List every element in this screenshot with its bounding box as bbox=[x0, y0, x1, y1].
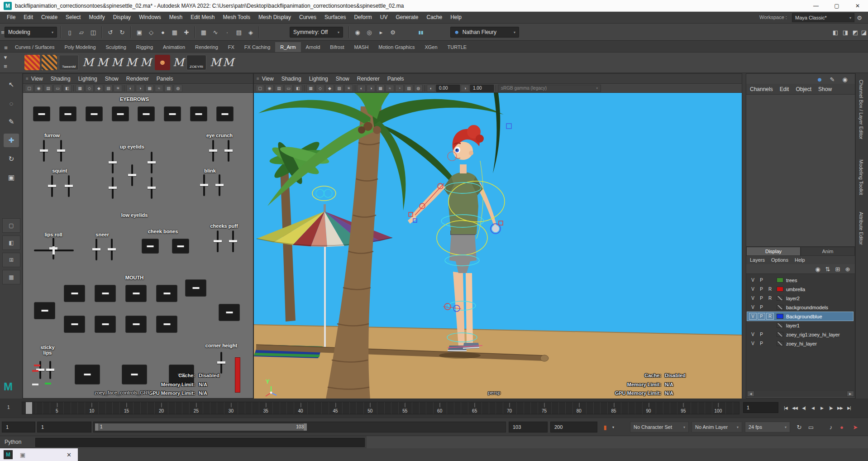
face-control-slider[interactable] bbox=[95, 239, 97, 260]
face-control-slider[interactable] bbox=[164, 106, 181, 121]
layer-reference-toggle[interactable]: R bbox=[766, 313, 774, 320]
shelf-tab-sculpting[interactable]: Sculpting bbox=[101, 42, 131, 52]
shelf-item-mash-icon[interactable]: M bbox=[111, 56, 123, 69]
layer-reference-toggle[interactable]: R bbox=[766, 295, 774, 302]
animation-end-field[interactable]: 200 bbox=[550, 422, 597, 432]
record-icon[interactable]: ● bbox=[836, 422, 847, 432]
panel-menu-renderer[interactable]: Renderer bbox=[357, 76, 380, 82]
scale-tool-icon[interactable]: ▣ bbox=[4, 171, 19, 184]
shelf-tab-poly-modeling[interactable]: Poly Modeling bbox=[59, 42, 100, 52]
panel-menu-view[interactable]: View bbox=[31, 76, 43, 82]
shelf-tab-fx-caching[interactable]: FX Caching bbox=[239, 42, 275, 52]
xray-mode-icon[interactable]: ▨ bbox=[405, 85, 413, 92]
face-control-slider[interactable] bbox=[151, 152, 153, 173]
shelf-item-orange-tool[interactable] bbox=[42, 55, 57, 70]
highlight-selection-icon[interactable]: ✚ bbox=[181, 27, 192, 38]
layer-menu-options[interactable]: Options bbox=[771, 257, 788, 263]
close-button[interactable]: ✕ bbox=[847, 0, 868, 11]
layer-name[interactable]: zoey_hi_layer bbox=[786, 341, 817, 346]
face-control-slider[interactable] bbox=[131, 164, 133, 186]
menu-edit-mesh[interactable]: Edit Mesh bbox=[186, 12, 219, 23]
face-control-slider[interactable] bbox=[220, 352, 222, 374]
layer-visible-toggle[interactable]: V bbox=[749, 286, 757, 293]
playback-loop-icon[interactable]: ↻ bbox=[794, 422, 805, 432]
face-control-slider[interactable] bbox=[111, 239, 113, 260]
select-tool-icon[interactable]: ↖ bbox=[4, 78, 19, 91]
resolution-gate-icon[interactable]: ▭ bbox=[53, 85, 62, 92]
textured-mode-icon[interactable]: ▧ bbox=[104, 85, 113, 92]
person-icon[interactable]: ☻ bbox=[814, 74, 825, 85]
command-language-label[interactable]: Python bbox=[5, 439, 21, 445]
depth-of-field-icon[interactable]: ◔ bbox=[395, 85, 404, 92]
face-control-slider[interactable] bbox=[156, 316, 177, 333]
panel-menu-panels[interactable]: Panels bbox=[387, 76, 404, 82]
playback-end-field[interactable]: 103 bbox=[509, 422, 548, 432]
face-control-slider[interactable] bbox=[33, 106, 50, 121]
select-by-object-icon[interactable]: ◇ bbox=[146, 27, 157, 38]
layer-color-swatch[interactable] bbox=[777, 323, 783, 328]
layer-reference-toggle[interactable]: R bbox=[766, 286, 774, 293]
gate-mask-icon[interactable]: ◧ bbox=[294, 85, 302, 92]
current-time-indicator[interactable] bbox=[26, 402, 32, 414]
panel-grip-icon[interactable]: ≡ bbox=[26, 76, 29, 81]
layer-menu-layers[interactable]: Layers bbox=[750, 257, 765, 263]
isolate-select-icon[interactable]: ◍ bbox=[414, 85, 423, 92]
xray-mode-icon[interactable]: ▨ bbox=[164, 85, 173, 92]
play-forwards-button[interactable]: ▶ bbox=[817, 402, 826, 414]
shelf-tab-bifrost[interactable]: Bifrost bbox=[325, 42, 349, 52]
panel-menu-shading[interactable]: Shading bbox=[51, 76, 71, 82]
bookmark-menu-icon[interactable]: ▾ bbox=[610, 422, 616, 432]
playback-options-icon[interactable]: ▭ bbox=[806, 422, 816, 432]
grid-toggle-icon[interactable]: ▦ bbox=[76, 85, 84, 92]
select-by-component-icon[interactable]: ● bbox=[157, 27, 168, 38]
gamma-icon[interactable]: ◑ bbox=[461, 85, 469, 92]
layer-playback-toggle[interactable]: P bbox=[758, 331, 765, 338]
range-slider-track[interactable]: 1 103 bbox=[93, 422, 506, 432]
ambient-occlusion-icon[interactable]: ◑ bbox=[367, 85, 375, 92]
film-gate-icon[interactable]: ▤ bbox=[275, 85, 283, 92]
shelf-options-icon[interactable]: ≡ bbox=[2, 62, 9, 71]
face-control-slider[interactable] bbox=[95, 285, 116, 302]
paint-select-tool-icon[interactable]: ✎ bbox=[4, 115, 19, 129]
anti-aliasing-icon[interactable]: ▩ bbox=[376, 85, 385, 92]
toggle-attribute-editor-icon[interactable]: ◨ bbox=[840, 27, 851, 38]
shelf-item-red-tool[interactable] bbox=[24, 55, 40, 70]
save-scene-icon[interactable]: ◫ bbox=[88, 27, 99, 38]
menu-surfaces[interactable]: Surfaces bbox=[320, 12, 350, 23]
layer-reference-toggle[interactable] bbox=[766, 331, 774, 338]
gamma-field[interactable]: 1.00 bbox=[470, 85, 494, 92]
face-control-slider[interactable] bbox=[39, 361, 41, 379]
panel-menu-lighting[interactable]: Lighting bbox=[309, 76, 328, 82]
panel-menu-show[interactable]: Show bbox=[336, 76, 349, 82]
toggle-channel-box-icon[interactable]: ◪ bbox=[858, 27, 868, 38]
menu-file[interactable]: File bbox=[3, 12, 19, 23]
beach-ground[interactable] bbox=[254, 325, 742, 399]
panel-menu-lighting[interactable]: Lighting bbox=[78, 76, 97, 82]
step-back-frame-button[interactable]: ◀◀ bbox=[790, 402, 799, 414]
move-tool-icon[interactable]: ✚ bbox=[4, 134, 19, 147]
shadows-toggle-icon[interactable]: ◐ bbox=[126, 85, 135, 92]
character-set-dropdown[interactable]: No Character Set ▾ bbox=[630, 422, 689, 432]
face-control-slider[interactable] bbox=[60, 140, 62, 162]
layer-playback-toggle[interactable] bbox=[758, 322, 765, 329]
shelf-item-mash-icon[interactable]: M bbox=[140, 56, 152, 69]
layer-reference-toggle[interactable] bbox=[766, 304, 774, 311]
channel-box-menu-channels[interactable]: Channels bbox=[750, 86, 773, 92]
menu-deform[interactable]: Deform bbox=[350, 12, 376, 23]
face-control-slider[interactable] bbox=[68, 175, 70, 197]
selection-mask-icon[interactable]: ▦ bbox=[169, 27, 180, 38]
face-control-slider[interactable] bbox=[59, 106, 76, 121]
command-input[interactable] bbox=[35, 438, 365, 447]
face-control-slider[interactable] bbox=[95, 316, 116, 333]
layer-color-swatch[interactable] bbox=[777, 341, 783, 346]
face-control-slider[interactable] bbox=[138, 106, 155, 121]
layer-name[interactable]: trees bbox=[786, 278, 797, 283]
shaded-mode-icon[interactable]: ◆ bbox=[95, 85, 103, 92]
layer-name[interactable]: layer1 bbox=[786, 323, 800, 328]
open-scene-icon[interactable]: ▱ bbox=[76, 27, 87, 38]
layer-name[interactable]: layer2 bbox=[786, 296, 800, 301]
layer-color-swatch[interactable] bbox=[777, 332, 783, 337]
perspective-viewport[interactable]: Y Cache: Disabled Memory Limit: N/A GPU … bbox=[254, 93, 742, 399]
audio-mute-icon[interactable]: ♪ bbox=[825, 422, 836, 432]
textured-mode-icon[interactable]: ▧ bbox=[335, 85, 343, 92]
